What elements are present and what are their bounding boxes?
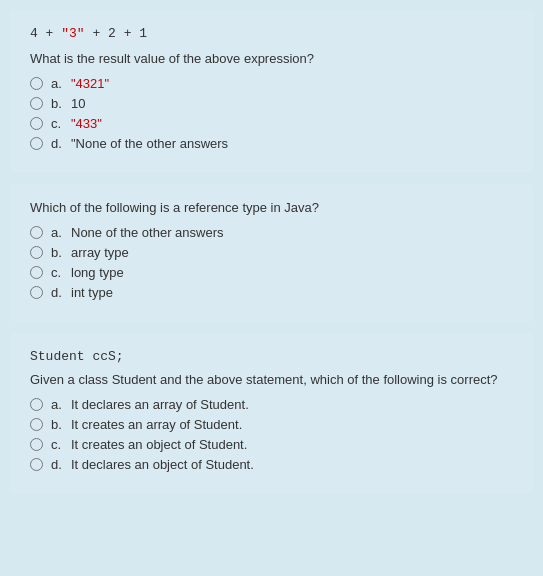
option-text-2b: array type: [71, 245, 129, 260]
radio-3d[interactable]: [30, 458, 43, 471]
radio-1b[interactable]: [30, 97, 43, 110]
option-text-3b: It creates an array of Student.: [71, 417, 242, 432]
radio-3c[interactable]: [30, 438, 43, 451]
option-label-3d: d.: [51, 457, 65, 472]
option-1c[interactable]: c. "433": [30, 116, 513, 131]
option-label-3a: a.: [51, 397, 65, 412]
option-text-1a: "4321": [71, 76, 109, 91]
option-label-2b: b.: [51, 245, 65, 260]
option-text-3a: It declares an array of Student.: [71, 397, 249, 412]
option-1d[interactable]: d. "None of the other answers: [30, 136, 513, 151]
option-text-3d: It declares an object of Student.: [71, 457, 254, 472]
option-text-1c: "433": [71, 116, 102, 131]
question-3-text: Given a class Student and the above stat…: [30, 372, 513, 387]
option-3d[interactable]: d. It declares an object of Student.: [30, 457, 513, 472]
option-label-2a: a.: [51, 225, 65, 240]
question-2-text: Which of the following is a reference ty…: [30, 200, 513, 215]
option-text-2c: long type: [71, 265, 124, 280]
option-3c[interactable]: c. It creates an object of Student.: [30, 437, 513, 452]
option-text-1d: "None of the other answers: [71, 136, 228, 151]
radio-2a[interactable]: [30, 226, 43, 239]
option-label-2c: c.: [51, 265, 65, 280]
option-text-3c: It creates an object of Student.: [71, 437, 247, 452]
option-2b[interactable]: b. array type: [30, 245, 513, 260]
radio-1c[interactable]: [30, 117, 43, 130]
option-3b[interactable]: b. It creates an array of Student.: [30, 417, 513, 432]
option-text-2d: int type: [71, 285, 113, 300]
radio-2d[interactable]: [30, 286, 43, 299]
option-label-3c: c.: [51, 437, 65, 452]
option-text-2a: None of the other answers: [71, 225, 223, 240]
question-3: Student ccS; Given a class Student and t…: [10, 333, 533, 493]
radio-2b[interactable]: [30, 246, 43, 259]
option-1b[interactable]: b. 10: [30, 96, 513, 111]
option-2a[interactable]: a. None of the other answers: [30, 225, 513, 240]
option-label-1a: a.: [51, 76, 65, 91]
question-1-text: What is the result value of the above ex…: [30, 51, 513, 66]
radio-1a[interactable]: [30, 77, 43, 90]
question-3-options: a. It declares an array of Student. b. I…: [30, 397, 513, 472]
option-text-1b: 10: [71, 96, 85, 111]
question-1-code: 4 + "3" + 2 + 1: [30, 26, 513, 41]
option-3a[interactable]: a. It declares an array of Student.: [30, 397, 513, 412]
question-3-code: Student ccS;: [30, 349, 513, 364]
question-1: 4 + "3" + 2 + 1 What is the result value…: [10, 10, 533, 172]
option-label-1d: d.: [51, 136, 65, 151]
radio-3a[interactable]: [30, 398, 43, 411]
option-label-3b: b.: [51, 417, 65, 432]
question-1-options: a. "4321" b. 10 c. "433" d. "None of the…: [30, 76, 513, 151]
option-2d[interactable]: d. int type: [30, 285, 513, 300]
option-label-1b: b.: [51, 96, 65, 111]
radio-3b[interactable]: [30, 418, 43, 431]
option-1a[interactable]: a. "4321": [30, 76, 513, 91]
option-label-1c: c.: [51, 116, 65, 131]
option-2c[interactable]: c. long type: [30, 265, 513, 280]
question-2: Which of the following is a reference ty…: [10, 184, 533, 321]
question-2-options: a. None of the other answers b. array ty…: [30, 225, 513, 300]
radio-2c[interactable]: [30, 266, 43, 279]
option-label-2d: d.: [51, 285, 65, 300]
radio-1d[interactable]: [30, 137, 43, 150]
